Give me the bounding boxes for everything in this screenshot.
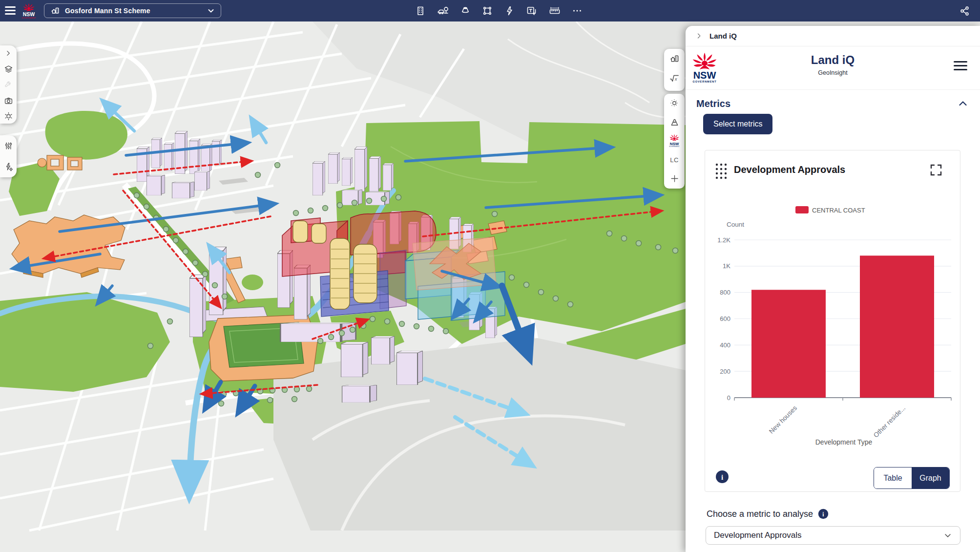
- development-approvals-card: Development Approvals CENTRAL COASTCount…: [705, 150, 960, 492]
- panel-subtitle: GeoInsight: [686, 69, 980, 76]
- svg-text:NSW: NSW: [23, 11, 35, 17]
- scheme-selector-value: Gosford Mann St Scheme: [65, 7, 202, 15]
- metrics-section-header[interactable]: Metrics: [686, 93, 980, 114]
- metric-select-value: Development Approvals: [714, 531, 802, 540]
- left-toolbar-secondary: [0, 135, 17, 177]
- top-navigation-bar: NSW GOVERNMENT Gosford Mann St Scheme: [0, 0, 980, 21]
- svg-text:800: 800: [720, 289, 730, 296]
- map-overlay-toolbar-bottom: NSW GOVERNMENT LC: [664, 94, 685, 189]
- automation-icon[interactable]: [4, 156, 13, 177]
- svg-text:GOVERNMENT: GOVERNMENT: [692, 80, 716, 83]
- fullscreen-icon[interactable]: [930, 164, 942, 176]
- svg-text:400: 400: [720, 341, 730, 349]
- left-toolbar-main: [0, 45, 17, 124]
- tools-icon-disabled: [4, 77, 13, 92]
- metric-select-dropdown[interactable]: Development Approvals: [706, 526, 960, 545]
- panel-header: NSW GOVERNMENT Land iQ GeoInsight: [686, 46, 980, 90]
- lc-basemap-button[interactable]: LC: [664, 150, 685, 169]
- svg-text:GOVERNMENT: GOVERNMENT: [21, 17, 36, 19]
- svg-text:Development Type: Development Type: [815, 438, 873, 446]
- map-overlay-toolbar-top: x: [664, 49, 685, 91]
- share-icon[interactable]: [959, 5, 970, 16]
- nsw-logo-small: NSW GOVERNMENT: [21, 2, 37, 20]
- nsw-basemap-icon[interactable]: NSW GOVERNMENT: [664, 131, 685, 150]
- more-icon[interactable]: [572, 5, 583, 16]
- svg-text:0: 0: [727, 394, 730, 402]
- panel-menu-icon[interactable]: [954, 61, 967, 71]
- svg-text:CENTRAL COAST: CENTRAL COAST: [812, 207, 865, 214]
- svg-text:200: 200: [720, 368, 730, 375]
- table-tab[interactable]: Table: [874, 467, 912, 488]
- expand-panel-icon[interactable]: [4, 45, 12, 61]
- map-tools-toolbar: [415, 0, 583, 21]
- polygon-select-icon[interactable]: [482, 5, 493, 16]
- svg-text:x: x: [674, 77, 677, 82]
- brightness-icon[interactable]: [664, 94, 685, 112]
- metric-chooser-label: Choose a metric to analyse: [707, 509, 813, 519]
- panel-collapse-header[interactable]: Land iQ: [686, 26, 980, 46]
- svg-text:i: i: [721, 473, 723, 481]
- building-select-icon[interactable]: [664, 49, 685, 68]
- screenshot-icon[interactable]: [4, 92, 13, 108]
- select-metrics-button[interactable]: Select metrics: [703, 114, 772, 134]
- svg-text:1K: 1K: [723, 262, 730, 270]
- panel-title: Land iQ: [686, 53, 980, 67]
- quick-actions-icon[interactable]: [504, 5, 515, 16]
- svg-text:600: 600: [720, 315, 730, 322]
- graph-tab[interactable]: Graph: [912, 467, 949, 488]
- landiq-panel: Land iQ NSW GOVERNMENT Land iQ GeoInsigh…: [686, 26, 980, 552]
- svg-text:NSW: NSW: [670, 142, 679, 146]
- bar-chart: CENTRAL COASTCount02004006008001K1.2KNew…: [705, 194, 961, 453]
- metrics-header-label: Metrics: [696, 98, 730, 109]
- info-icon[interactable]: i: [818, 509, 829, 519]
- layers-icon[interactable]: [4, 61, 13, 77]
- panel-collapse-label: Land iQ: [709, 32, 737, 40]
- svg-text:Other reside...: Other reside...: [872, 404, 907, 439]
- svg-text:New houses: New houses: [768, 404, 798, 435]
- menu-icon[interactable]: [5, 6, 16, 15]
- transport-trees-icon[interactable]: [437, 5, 449, 16]
- scheme-icon: [50, 6, 60, 16]
- svg-text:1.2K: 1.2K: [717, 236, 730, 244]
- metric-chooser-label-row: Choose a metric to analyse i: [707, 509, 829, 519]
- buildings-icon[interactable]: [415, 5, 426, 16]
- measure-icon[interactable]: [549, 5, 561, 16]
- zoom-in-icon[interactable]: [664, 169, 685, 188]
- solid-3d-icon[interactable]: [460, 5, 471, 16]
- scheme-selector[interactable]: Gosford Mann St Scheme: [44, 3, 221, 18]
- text-label-icon[interactable]: [526, 5, 538, 16]
- settings-icon[interactable]: [4, 108, 13, 124]
- svg-text:GOVERNMENT: GOVERNMENT: [669, 146, 680, 148]
- filters-icon[interactable]: [4, 135, 13, 156]
- chevron-right-icon: [695, 32, 703, 40]
- chevron-down-icon: [207, 7, 215, 15]
- terrain-icon[interactable]: [664, 112, 685, 131]
- card-title: Development Approvals: [734, 164, 845, 175]
- table-graph-toggle: Table Graph: [874, 467, 950, 489]
- chevron-up-icon: [958, 98, 968, 109]
- formula-icon[interactable]: x: [664, 68, 685, 88]
- svg-text:Count: Count: [727, 221, 744, 228]
- drag-handle-icon[interactable]: [714, 162, 729, 180]
- info-icon[interactable]: i: [715, 470, 729, 484]
- chevron-down-icon: [943, 531, 952, 540]
